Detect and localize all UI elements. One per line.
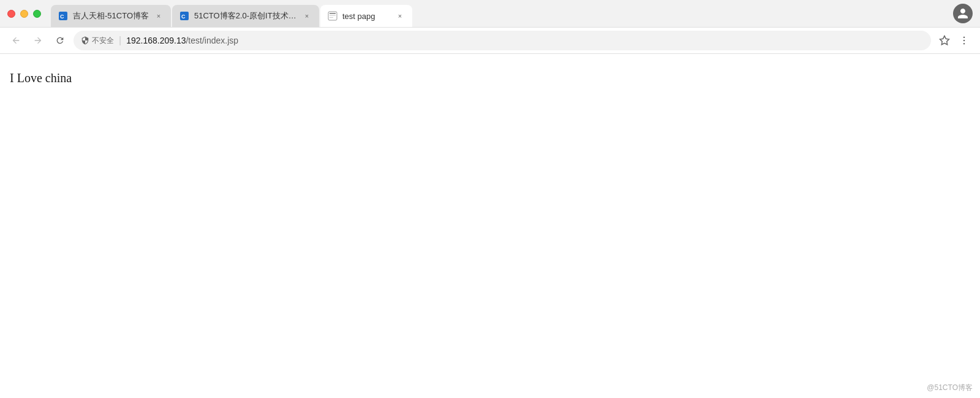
- url-path: /test/index.jsp: [186, 36, 238, 45]
- tab-close-2[interactable]: ×: [302, 11, 312, 21]
- tab-favicon-3: [328, 11, 337, 21]
- tab-title-2: 51CTO博客2.0-原创IT技术文章: [194, 10, 297, 21]
- title-bar: C 吉人天相-51CTO博客 × C 51CTO博客2.0-原创IT技术文章 ×: [0, 0, 980, 27]
- security-indicator: 不安全: [81, 36, 114, 46]
- svg-rect-6: [330, 15, 336, 16]
- svg-point-11: [963, 43, 965, 44]
- browser-tab-3[interactable]: test papg ×: [320, 5, 412, 27]
- close-window-button[interactable]: [7, 10, 15, 18]
- watermark: @51CTO博客: [927, 383, 973, 393]
- address-separator: |: [119, 35, 121, 46]
- address-url: 192.168.209.13/test/index.jsp: [126, 36, 238, 45]
- traffic-lights: [7, 10, 41, 18]
- url-domain: 192.168.209.13: [126, 36, 186, 45]
- bookmark-button[interactable]: [936, 32, 953, 49]
- profile-icon[interactable]: [953, 4, 973, 23]
- tab-close-1[interactable]: ×: [154, 11, 164, 21]
- svg-text:C: C: [181, 13, 186, 20]
- svg-text:C: C: [60, 13, 64, 20]
- svg-marker-8: [940, 36, 949, 45]
- minimize-window-button[interactable]: [20, 10, 28, 18]
- svg-point-9: [963, 37, 965, 38]
- tabs-container: C 吉人天相-51CTO博客 × C 51CTO博客2.0-原创IT技术文章 ×: [51, 0, 953, 27]
- maximize-window-button[interactable]: [33, 10, 41, 18]
- page-content: I Love china: [0, 54, 980, 398]
- browser-tab-1[interactable]: C 吉人天相-51CTO博客 ×: [51, 5, 171, 27]
- back-button[interactable]: [7, 32, 24, 49]
- forward-button[interactable]: [29, 32, 47, 49]
- security-text: 不安全: [92, 36, 114, 46]
- browser-chrome: C 吉人天相-51CTO博客 × C 51CTO博客2.0-原创IT技术文章 ×: [0, 0, 980, 54]
- tab-favicon-1: C: [58, 11, 68, 21]
- browser-menu-button[interactable]: [956, 32, 973, 49]
- svg-rect-5: [330, 13, 336, 14]
- svg-point-10: [963, 40, 965, 41]
- browser-tab-2[interactable]: C 51CTO博客2.0-原创IT技术文章 ×: [172, 5, 319, 27]
- svg-rect-7: [330, 17, 333, 18]
- toolbar: 不安全 | 192.168.209.13/test/index.jsp: [0, 27, 980, 54]
- tab-title-3: test papg: [342, 12, 390, 21]
- address-bar[interactable]: 不安全 | 192.168.209.13/test/index.jsp: [74, 31, 931, 50]
- toolbar-right: [936, 32, 973, 49]
- reload-button[interactable]: [51, 32, 69, 49]
- tab-title-1: 吉人天相-51CTO博客: [73, 10, 149, 21]
- page-main-text: I Love china: [10, 71, 970, 85]
- tab-favicon-2: C: [179, 11, 189, 21]
- tab-close-3[interactable]: ×: [395, 11, 405, 21]
